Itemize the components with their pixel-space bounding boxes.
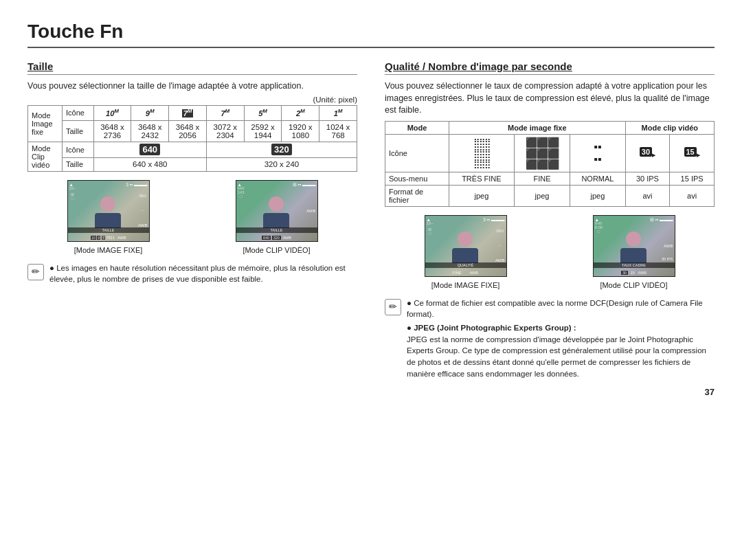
taille-label: Taille — [63, 120, 94, 142]
right-column: Qualité / Nombre d'image par seconde Vou… — [385, 60, 715, 381]
taille-fixe-image-block: ▲ 3 ▪▪ ▬▬▬ 10– ⊞ □ ISO ··· AWB TAILLE — [27, 180, 189, 254]
qualite-notes: ✏ ● Ce format de fichier est compatible … — [385, 298, 715, 382]
icone-label: Icône — [63, 105, 94, 120]
size-9m: 3648 x2432 — [131, 120, 169, 142]
size-7m-a: 3648 x2056 — [169, 120, 207, 142]
sous-30ips: 30 IPS — [625, 172, 670, 185]
page-number: 37 — [27, 387, 715, 397]
mode-clip-label: ModeClipvidéo — [28, 142, 63, 171]
taille-clip-screen: ▲ ⊞ ▪▪ ▬▬▬ 640 143 □ AWB TAILLE 640 320 — [236, 180, 318, 242]
taille-heading: Taille — [27, 60, 357, 75]
taille-description: Vous pouvez sélectionner la taille de l'… — [27, 80, 357, 93]
taille-clip-caption: [Mode CLIP VIDÉO] — [196, 246, 357, 254]
qclip-header: Mode clip vidéo — [625, 121, 714, 134]
quality-table: Mode Mode image fixe Mode clip vidéo Icô… — [385, 121, 715, 207]
taille-clip-image-block: ▲ ⊞ ▪▪ ▬▬▬ 640 143 □ AWB TAILLE 640 320 — [196, 180, 357, 254]
size-5m: 2592 x1944 — [244, 120, 282, 142]
qualite-images-row: ▲ 3 ▪▪ ▬▬▬ 10– ⊞ □ ISO ··· AWB QUALITÉ — [385, 215, 715, 289]
icon-640: 640 — [93, 142, 206, 157]
icon-1m: 1M — [319, 105, 357, 120]
icon-10m: 10M — [93, 105, 131, 120]
left-column: Taille Vous pouvez sélectionner la taill… — [27, 60, 357, 381]
taille-fixe-screen: ▲ 3 ▪▪ ▬▬▬ 10– ⊞ □ ISO ··· AWB TAILLE — [67, 180, 150, 242]
qualite-clip-screen: ▲ ⊞ ▪▪ ▬▬▬ 640 8:00 □ AWB TAUX CADRE 30 — [593, 215, 675, 277]
taille-images-row: ▲ 3 ▪▪ ▬▬▬ 10– ⊞ □ ISO ··· AWB TAILLE — [27, 180, 357, 254]
format-normal: jpeg — [570, 185, 625, 206]
icon-fine: ⬛⬛⬛⬛⬛⬛⬛⬛⬛ — [514, 134, 570, 172]
qmode-header: Mode — [385, 121, 449, 134]
size-640: 640 x 480 — [93, 157, 206, 171]
format-fine: jpeg — [514, 185, 570, 206]
size-2m: 1920 x1080 — [282, 120, 319, 142]
size-table: ModeImagefixe Icône 10M 9M 7M 7M 5M 2M 1… — [27, 105, 357, 172]
sous-15ips: 15 IPS — [670, 172, 715, 185]
qualite-heading: Qualité / Nombre d'image par seconde — [385, 60, 715, 75]
taille-note: ✏ ● Les images en haute résolution néces… — [27, 262, 357, 287]
qfixe-header: Mode image fixe — [449, 121, 626, 134]
format-15ips: avi — [670, 185, 715, 206]
icon-5m: 5M — [244, 105, 282, 120]
icon-tres-fine: ⣿⣿⣿⣿⣿⣿⣿⣿⣿ — [449, 134, 515, 172]
format-tres-fine: jpeg — [449, 185, 515, 206]
qualite-description: Vous pouvez sélectionner le taux de comp… — [385, 80, 715, 117]
icon-9m: 9M — [131, 105, 169, 120]
page-title: Touche Fn — [27, 21, 715, 48]
size-10m: 3648 x2736 — [93, 120, 131, 142]
icon-normal: ▪▪▪▪ — [570, 134, 625, 172]
format-30ips: avi — [625, 185, 670, 206]
qualite-fixe-image-block: ▲ 3 ▪▪ ▬▬▬ 10– ⊞ □ ISO ··· AWB QUALITÉ — [385, 215, 546, 289]
icon-320: 320 — [206, 142, 357, 157]
size-7m-b: 3072 x2304 — [206, 120, 244, 142]
taille-fixe-caption: [Mode IMAGE FIXE] — [27, 246, 189, 254]
note-icon-left: ✏ — [27, 264, 44, 280]
qualite-clip-caption: [Mode CLIP VIDÉO] — [553, 281, 715, 289]
qualite-notes-text: ● Ce format de fichier est compatible av… — [407, 298, 715, 382]
format-label: Format defichier — [385, 185, 449, 206]
icon-7m-b: 7M — [206, 105, 244, 120]
unit-note: (Unité: pixel) — [27, 96, 357, 104]
sous-menu-label: Sous-menu — [385, 172, 449, 185]
taille-clip-label: Taille — [63, 157, 94, 171]
mode-image-fixe-label: ModeImagefixe — [28, 105, 63, 142]
sous-normal: NORMAL — [570, 172, 625, 185]
icon-30fps: 30▶ — [625, 134, 670, 172]
sous-fine: FINE — [514, 172, 570, 185]
sous-tres-fine: TRÈS FINE — [449, 172, 515, 185]
size-320: 320 x 240 — [206, 157, 357, 171]
icon-7m-a: 7M — [169, 105, 207, 120]
qualite-fixe-screen: ▲ 3 ▪▪ ▬▬▬ 10– ⊞ □ ISO ··· AWB QUALITÉ — [425, 215, 507, 277]
icone-clip-label: Icône — [63, 142, 94, 157]
qualite-clip-image-block: ▲ ⊞ ▪▪ ▬▬▬ 640 8:00 □ AWB TAUX CADRE 30 — [553, 215, 715, 289]
size-1m: 1024 x768 — [319, 120, 357, 142]
note-icon-right: ✏ — [385, 299, 401, 315]
icon-15fps: 15▶ — [670, 134, 715, 172]
icon-2m: 2M — [282, 105, 319, 120]
icone-q-label: Icône — [385, 134, 449, 172]
taille-note-text: ● Les images en haute résolution nécessi… — [49, 262, 357, 287]
qualite-fixe-caption: [Mode IMAGE FIXE] — [385, 281, 546, 289]
